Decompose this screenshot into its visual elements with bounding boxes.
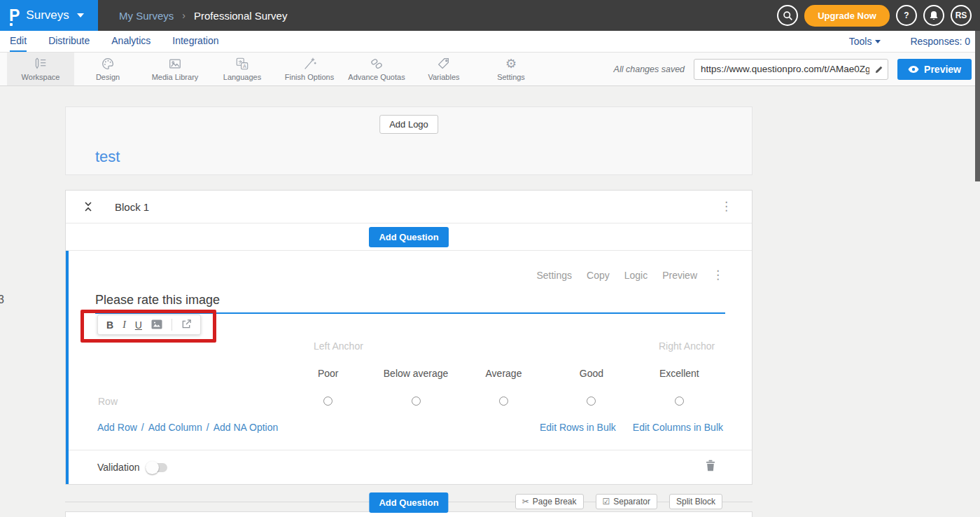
preview-button[interactable]: Preview [897,59,972,80]
toolbar-item-workspace[interactable]: Workspace [7,53,74,85]
magic-wand-icon [302,57,316,71]
search-button[interactable] [777,5,798,26]
radio-button[interactable] [499,397,508,406]
toolbar-item-languages[interactable]: A Languages [209,53,276,85]
column-header[interactable]: Below average [372,368,459,379]
add-row-link[interactable]: Add Row [97,422,137,433]
survey-title[interactable]: test [95,148,120,166]
tab-distribute[interactable]: Distribute [48,31,90,52]
scissors-icon: ✂ [522,497,529,506]
image-icon [168,57,182,71]
breadcrumb: My Surveys › Professional Survey [119,10,287,22]
bulk-edit-links: Edit Rows in Bulk Edit Columns in Bulk [540,422,723,433]
tab-integration[interactable]: Integration [172,31,218,52]
page-break-label: Page Break [533,497,577,506]
question-preview-link[interactable]: Preview [662,270,697,281]
block-menu-dots-icon[interactable]: ⋮ [720,202,732,212]
notifications-button[interactable] [923,5,944,26]
radio-button[interactable] [675,397,684,406]
svg-text:A: A [243,63,246,69]
tabbar-right: Tools Responses: 0 [849,31,970,52]
radio-button[interactable] [587,397,596,406]
validation-row: Validation [97,462,167,473]
question-text-input[interactable]: Please rate this image [95,293,220,308]
scrollbar-thumb[interactable] [975,31,980,181]
tab-analytics[interactable]: Analytics [111,31,150,52]
page-break-button[interactable]: ✂ Page Break [515,494,584,509]
caret-down-icon [875,40,881,43]
edit-url-pencil-icon[interactable] [874,64,883,77]
help-button[interactable]: ? [896,5,917,26]
toolbar-item-label: Workspace [22,73,60,81]
add-question-button-bottom[interactable]: Add Question [369,492,448,513]
add-logo-button[interactable]: Add Logo [379,115,438,134]
question-logic-link[interactable]: Logic [624,270,648,281]
editor-canvas: 3 Add Logo test Block 1 ⋮ Add Question S… [0,86,980,517]
radio-button[interactable] [412,397,421,406]
avatar[interactable]: RS [951,5,972,26]
product-menu[interactable]: P Surveys [0,0,98,31]
validation-divider [69,450,752,450]
row-column-links: Add Row / Add Column / Add NA Option [97,422,278,433]
bell-icon [929,11,939,21]
tab-edit[interactable]: Edit [10,31,27,52]
separator-button[interactable]: ☑ Separator [596,494,657,509]
toolbar-item-media-library[interactable]: Media Library [141,53,209,85]
column-header[interactable]: Average [460,368,547,379]
toolbar-right: All changes saved Preview [614,53,972,85]
gear-icon: ⚙ [505,57,517,71]
toolbar-item-advance-quotas[interactable]: Advance Quotas [343,53,410,85]
product-menu-label: Surveys [26,8,69,22]
bold-button[interactable]: B [106,320,113,330]
question-menu-dots-icon[interactable]: ⋮ [712,270,724,280]
topbar-actions: Upgrade Now ? RS [777,0,972,31]
block-title[interactable]: Block 1 [115,201,149,213]
right-anchor-field[interactable]: Right Anchor [659,340,715,352]
question-copy-link[interactable]: Copy [587,270,610,281]
delete-question-button[interactable] [706,460,715,474]
column-header[interactable]: Good [547,368,635,379]
insert-image-button[interactable] [151,319,162,331]
collapse-block-button[interactable] [83,201,93,212]
upgrade-now-button[interactable]: Upgrade Now [804,5,890,27]
top-bar: P Surveys My Surveys › Professional Surv… [0,0,980,31]
question-settings-link[interactable]: Settings [536,270,572,281]
tag-icon [437,57,451,71]
tools-label: Tools [849,36,872,47]
responses-count[interactable]: Responses: 0 [910,36,970,47]
toolbar-item-settings[interactable]: ⚙ Settings [477,53,545,85]
add-column-link[interactable]: Add Column [148,422,202,433]
row-field[interactable]: Row [98,396,118,407]
split-block-button[interactable]: Split Block [669,494,722,509]
preview-label: Preview [924,64,961,75]
underline-button[interactable]: U [135,320,142,330]
italic-button[interactable]: I [122,320,126,330]
survey-url-input[interactable] [694,59,888,80]
toolbar-item-label: Finish Options [285,73,334,81]
trash-icon [706,460,715,471]
insert-link-button[interactable] [181,319,192,331]
radio-button[interactable] [323,397,332,406]
tools-menu[interactable]: Tools [849,36,881,47]
edit-columns-in-bulk-link[interactable]: Edit Columns in Bulk [633,422,723,433]
toolbar-item-design[interactable]: Design [74,53,141,85]
toolbar-item-finish-options[interactable]: Finish Options [276,53,343,85]
survey-header-card: Add Logo test [65,106,752,175]
toggle-knob [146,461,159,474]
column-header[interactable]: Poor [284,368,372,379]
link-separator: / [206,422,209,433]
format-toolbar: B I U [97,315,201,335]
column-header[interactable]: Excellent [636,368,723,379]
survey-url-wrap [694,59,888,80]
breadcrumb-my-surveys[interactable]: My Surveys [119,10,174,22]
add-question-button-top[interactable]: Add Question [369,227,448,247]
block-container: Block 1 ⋮ Add Question Settings Copy Log… [65,190,752,485]
add-question-strip: Add Question [66,223,752,251]
eye-icon [908,65,919,74]
toolbar-item-variables[interactable]: Variables [410,53,477,85]
margin-note: 3 [0,294,4,306]
validation-toggle[interactable] [146,463,167,472]
left-anchor-field[interactable]: Left Anchor [314,340,363,352]
edit-rows-in-bulk-link[interactable]: Edit Rows in Bulk [540,422,616,433]
add-na-option-link[interactable]: Add NA Option [214,422,279,433]
